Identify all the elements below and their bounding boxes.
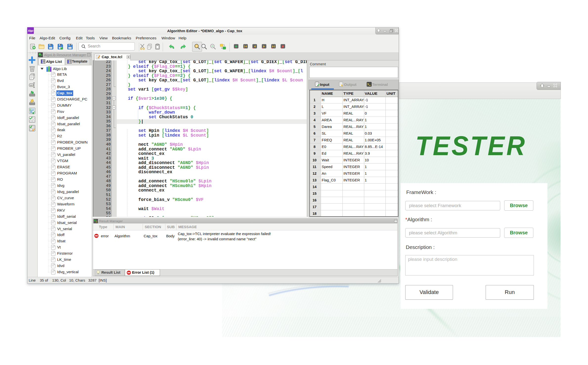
svg-text:xxx: xxx [30,84,33,86]
